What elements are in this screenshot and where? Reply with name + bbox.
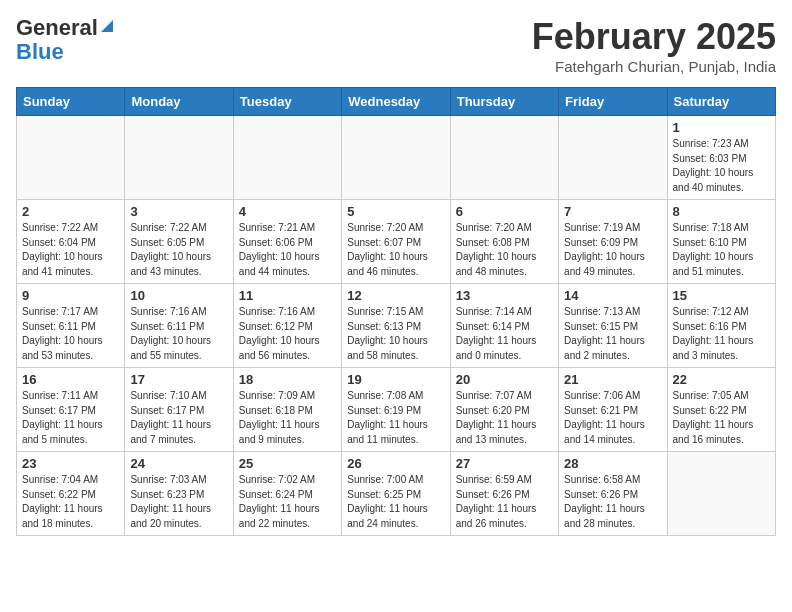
day-info: Sunrise: 7:03 AM Sunset: 6:23 PM Dayligh…	[130, 473, 227, 531]
day-info: Sunrise: 6:58 AM Sunset: 6:26 PM Dayligh…	[564, 473, 661, 531]
logo-blue: Blue	[16, 40, 64, 64]
calendar-subtitle: Fatehgarh Churian, Punjab, India	[532, 58, 776, 75]
day-number: 3	[130, 204, 227, 219]
calendar-cell: 20Sunrise: 7:07 AM Sunset: 6:20 PM Dayli…	[450, 368, 558, 452]
calendar-cell: 1Sunrise: 7:23 AM Sunset: 6:03 PM Daylig…	[667, 116, 775, 200]
day-number: 14	[564, 288, 661, 303]
day-info: Sunrise: 7:18 AM Sunset: 6:10 PM Dayligh…	[673, 221, 770, 279]
day-info: Sunrise: 7:21 AM Sunset: 6:06 PM Dayligh…	[239, 221, 336, 279]
day-number: 28	[564, 456, 661, 471]
day-info: Sunrise: 7:14 AM Sunset: 6:14 PM Dayligh…	[456, 305, 553, 363]
calendar-cell: 23Sunrise: 7:04 AM Sunset: 6:22 PM Dayli…	[17, 452, 125, 536]
day-info: Sunrise: 7:20 AM Sunset: 6:07 PM Dayligh…	[347, 221, 444, 279]
calendar-cell	[559, 116, 667, 200]
weekday-header-monday: Monday	[125, 88, 233, 116]
calendar-cell: 18Sunrise: 7:09 AM Sunset: 6:18 PM Dayli…	[233, 368, 341, 452]
day-number: 18	[239, 372, 336, 387]
calendar-cell: 24Sunrise: 7:03 AM Sunset: 6:23 PM Dayli…	[125, 452, 233, 536]
day-number: 21	[564, 372, 661, 387]
day-number: 8	[673, 204, 770, 219]
logo: General Blue	[16, 16, 115, 64]
title-block: February 2025 Fatehgarh Churian, Punjab,…	[532, 16, 776, 75]
calendar-cell: 12Sunrise: 7:15 AM Sunset: 6:13 PM Dayli…	[342, 284, 450, 368]
day-info: Sunrise: 7:05 AM Sunset: 6:22 PM Dayligh…	[673, 389, 770, 447]
day-number: 5	[347, 204, 444, 219]
day-info: Sunrise: 6:59 AM Sunset: 6:26 PM Dayligh…	[456, 473, 553, 531]
calendar-cell	[125, 116, 233, 200]
day-number: 4	[239, 204, 336, 219]
day-number: 12	[347, 288, 444, 303]
calendar-cell	[342, 116, 450, 200]
calendar-week-row: 2Sunrise: 7:22 AM Sunset: 6:04 PM Daylig…	[17, 200, 776, 284]
day-info: Sunrise: 7:02 AM Sunset: 6:24 PM Dayligh…	[239, 473, 336, 531]
calendar-cell: 19Sunrise: 7:08 AM Sunset: 6:19 PM Dayli…	[342, 368, 450, 452]
calendar-cell	[233, 116, 341, 200]
day-number: 16	[22, 372, 119, 387]
day-info: Sunrise: 7:13 AM Sunset: 6:15 PM Dayligh…	[564, 305, 661, 363]
day-number: 9	[22, 288, 119, 303]
calendar-cell: 4Sunrise: 7:21 AM Sunset: 6:06 PM Daylig…	[233, 200, 341, 284]
day-number: 17	[130, 372, 227, 387]
day-number: 27	[456, 456, 553, 471]
calendar-cell: 28Sunrise: 6:58 AM Sunset: 6:26 PM Dayli…	[559, 452, 667, 536]
weekday-header-sunday: Sunday	[17, 88, 125, 116]
day-number: 1	[673, 120, 770, 135]
weekday-header-tuesday: Tuesday	[233, 88, 341, 116]
day-info: Sunrise: 7:00 AM Sunset: 6:25 PM Dayligh…	[347, 473, 444, 531]
weekday-header-thursday: Thursday	[450, 88, 558, 116]
day-info: Sunrise: 7:07 AM Sunset: 6:20 PM Dayligh…	[456, 389, 553, 447]
calendar-cell: 2Sunrise: 7:22 AM Sunset: 6:04 PM Daylig…	[17, 200, 125, 284]
calendar-cell: 9Sunrise: 7:17 AM Sunset: 6:11 PM Daylig…	[17, 284, 125, 368]
day-number: 20	[456, 372, 553, 387]
logo-icon	[99, 18, 115, 34]
calendar-cell: 27Sunrise: 6:59 AM Sunset: 6:26 PM Dayli…	[450, 452, 558, 536]
calendar-cell: 22Sunrise: 7:05 AM Sunset: 6:22 PM Dayli…	[667, 368, 775, 452]
day-info: Sunrise: 7:08 AM Sunset: 6:19 PM Dayligh…	[347, 389, 444, 447]
page-header: General Blue February 2025 Fatehgarh Chu…	[16, 16, 776, 75]
day-info: Sunrise: 7:16 AM Sunset: 6:12 PM Dayligh…	[239, 305, 336, 363]
day-number: 11	[239, 288, 336, 303]
calendar-cell: 11Sunrise: 7:16 AM Sunset: 6:12 PM Dayli…	[233, 284, 341, 368]
calendar-cell: 14Sunrise: 7:13 AM Sunset: 6:15 PM Dayli…	[559, 284, 667, 368]
day-info: Sunrise: 7:19 AM Sunset: 6:09 PM Dayligh…	[564, 221, 661, 279]
weekday-header-saturday: Saturday	[667, 88, 775, 116]
calendar-cell: 15Sunrise: 7:12 AM Sunset: 6:16 PM Dayli…	[667, 284, 775, 368]
day-number: 22	[673, 372, 770, 387]
day-number: 19	[347, 372, 444, 387]
day-info: Sunrise: 7:11 AM Sunset: 6:17 PM Dayligh…	[22, 389, 119, 447]
day-number: 2	[22, 204, 119, 219]
day-number: 6	[456, 204, 553, 219]
day-number: 24	[130, 456, 227, 471]
day-info: Sunrise: 7:04 AM Sunset: 6:22 PM Dayligh…	[22, 473, 119, 531]
day-info: Sunrise: 7:09 AM Sunset: 6:18 PM Dayligh…	[239, 389, 336, 447]
day-number: 26	[347, 456, 444, 471]
weekday-header-wednesday: Wednesday	[342, 88, 450, 116]
calendar-table: SundayMondayTuesdayWednesdayThursdayFrid…	[16, 87, 776, 536]
weekday-header-friday: Friday	[559, 88, 667, 116]
calendar-week-row: 9Sunrise: 7:17 AM Sunset: 6:11 PM Daylig…	[17, 284, 776, 368]
day-info: Sunrise: 7:22 AM Sunset: 6:04 PM Dayligh…	[22, 221, 119, 279]
day-info: Sunrise: 7:12 AM Sunset: 6:16 PM Dayligh…	[673, 305, 770, 363]
calendar-week-row: 16Sunrise: 7:11 AM Sunset: 6:17 PM Dayli…	[17, 368, 776, 452]
calendar-cell: 21Sunrise: 7:06 AM Sunset: 6:21 PM Dayli…	[559, 368, 667, 452]
calendar-title: February 2025	[532, 16, 776, 58]
calendar-cell	[667, 452, 775, 536]
day-info: Sunrise: 7:10 AM Sunset: 6:17 PM Dayligh…	[130, 389, 227, 447]
calendar-cell: 26Sunrise: 7:00 AM Sunset: 6:25 PM Dayli…	[342, 452, 450, 536]
day-number: 15	[673, 288, 770, 303]
calendar-week-row: 23Sunrise: 7:04 AM Sunset: 6:22 PM Dayli…	[17, 452, 776, 536]
logo-general: General	[16, 16, 98, 40]
day-number: 13	[456, 288, 553, 303]
calendar-cell: 17Sunrise: 7:10 AM Sunset: 6:17 PM Dayli…	[125, 368, 233, 452]
svg-marker-0	[101, 20, 113, 32]
day-info: Sunrise: 7:20 AM Sunset: 6:08 PM Dayligh…	[456, 221, 553, 279]
calendar-cell: 13Sunrise: 7:14 AM Sunset: 6:14 PM Dayli…	[450, 284, 558, 368]
calendar-cell	[450, 116, 558, 200]
calendar-cell	[17, 116, 125, 200]
calendar-cell: 3Sunrise: 7:22 AM Sunset: 6:05 PM Daylig…	[125, 200, 233, 284]
calendar-cell: 6Sunrise: 7:20 AM Sunset: 6:08 PM Daylig…	[450, 200, 558, 284]
calendar-week-row: 1Sunrise: 7:23 AM Sunset: 6:03 PM Daylig…	[17, 116, 776, 200]
calendar-cell: 7Sunrise: 7:19 AM Sunset: 6:09 PM Daylig…	[559, 200, 667, 284]
calendar-cell: 8Sunrise: 7:18 AM Sunset: 6:10 PM Daylig…	[667, 200, 775, 284]
day-info: Sunrise: 7:06 AM Sunset: 6:21 PM Dayligh…	[564, 389, 661, 447]
